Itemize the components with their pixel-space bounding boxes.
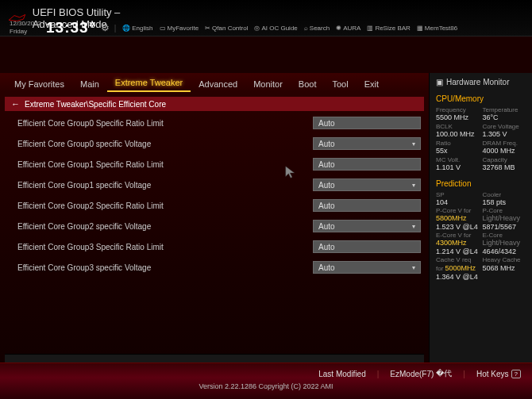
clock: 13:33✲ [46, 19, 96, 36]
footer-bar: Last Modified | EzMode(F7)�代 | Hot Keys?… [0, 363, 532, 399]
hw-cell: E-CoreLight/Heavy [483, 232, 526, 247]
hw-cell: Cache V req [436, 256, 480, 263]
hw-cell: SP104 [436, 191, 480, 206]
setting-label: Efficient Core Group3 Specific Ratio Lim… [17, 243, 313, 251]
date-block: 12/30/2022 Friday [10, 20, 41, 35]
hotkeys-button[interactable]: Hot Keys? [476, 370, 521, 378]
setting-dropdown[interactable]: Auto [313, 137, 421, 150]
hw-cell: P-Core V for5800MHz [436, 207, 480, 222]
hw-cell: E-Core V for4300MHz [436, 232, 480, 247]
hw-section-cpu: CPU/Memory [436, 94, 526, 103]
monitor-icon: ▣ [436, 78, 443, 86]
setting-row: Efficient Core Group1 specific VoltageAu… [17, 178, 421, 192]
tab-extreme-tweaker[interactable]: Extreme Tweaker [107, 75, 191, 92]
hw-cell [483, 273, 526, 281]
tab-tool[interactable]: Tool [324, 76, 356, 92]
setting-row: Efficient Core Group3 specific VoltageAu… [17, 260, 421, 274]
setting-dropdown[interactable]: Auto [313, 220, 421, 232]
hw-cell: 1.523 V @L4 [436, 223, 480, 231]
hw-cell: Core Voltage1.305 V [483, 123, 526, 138]
hw-cell: 5068 MHz [483, 264, 526, 272]
tab-monitor[interactable]: Monitor [245, 76, 291, 92]
hw-cell: DRAM Freq.4000 MHz [483, 140, 526, 155]
settings-icon[interactable]: ⚙ [101, 22, 110, 33]
last-modified-button[interactable]: Last Modified [318, 370, 365, 378]
hw-cell: 1.364 V @L4 [436, 273, 480, 281]
setting-dropdown[interactable]: Auto [313, 261, 421, 274]
setting-label: Efficient Core Group0 Specific Ratio Lim… [17, 119, 313, 128]
setting-label: Efficient Core Group1 specific Voltage [17, 181, 313, 190]
qfan-button[interactable]: ✂Qfan Control [203, 24, 249, 33]
language-button[interactable]: 🌐English [121, 24, 154, 33]
resizebar-button[interactable]: ▥ReSize BAR [365, 24, 411, 33]
hw-cell: Frequency5500 MHz [436, 106, 480, 121]
tab-my-favorites[interactable]: My Favorites [6, 76, 72, 92]
tab-boot[interactable]: Boot [291, 76, 325, 92]
setting-label: Efficient Core Group1 Specific Ratio Lim… [17, 160, 313, 169]
hw-cell: Temperature36°C [483, 106, 526, 121]
setting-input[interactable]: Auto [313, 199, 421, 212]
setting-input[interactable]: Auto [313, 240, 421, 253]
memtest-button[interactable]: ▦MemTest86 [415, 24, 459, 33]
setting-row: Efficient Core Group2 Specific Ratio Lim… [17, 198, 421, 213]
ezmode-button[interactable]: EzMode(F7)�代 [390, 368, 452, 379]
hw-cell: Ratio55x [436, 140, 480, 155]
setting-label: Efficient Core Group2 Specific Ratio Lim… [17, 201, 313, 210]
hw-cell: MC Volt.1.101 V [436, 156, 480, 171]
setting-row: Efficient Core Group1 Specific Ratio Lim… [17, 157, 421, 171]
myfavorite-button[interactable]: ▭MyFavorite [158, 24, 201, 33]
version-text: Version 2.22.1286 Copyright (C) 2022 AMI [0, 381, 532, 390]
setting-row: Efficient Core Group2 specific VoltageAu… [17, 219, 421, 233]
main-tabs: My FavoritesMainExtreme TweakerAdvancedM… [0, 73, 429, 92]
hw-cell: 1.214 V @L4 [436, 247, 480, 255]
setting-input[interactable]: Auto [313, 117, 421, 129]
aioc-button[interactable]: ◎AI OC Guide [253, 24, 299, 33]
setting-dropdown[interactable]: Auto [313, 178, 421, 191]
breadcrumb[interactable]: ← Extreme Tweaker\Specific Efficient Cor… [5, 97, 424, 111]
setting-input[interactable]: Auto [313, 158, 421, 171]
hw-cell: Cooler158 pts [483, 191, 526, 206]
hw-cell: 5871/5567 [483, 223, 526, 231]
setting-label: Efficient Core Group2 specific Voltage [17, 222, 313, 231]
hw-cell: BCLK100.00 MHz [436, 123, 480, 138]
tab-advanced[interactable]: Advanced [191, 76, 245, 92]
hw-cell: Capacity32768 MB [483, 156, 526, 171]
tab-main[interactable]: Main [72, 76, 107, 92]
setting-label: Efficient Core Group3 specific Voltage [17, 263, 313, 272]
setting-row: Efficient Core Group0 Specific Ratio Lim… [17, 116, 421, 130]
hw-cell: Heavy Cache [483, 256, 526, 263]
hw-section-prediction: Prediction [436, 179, 526, 188]
hardware-monitor-panel: ▣Hardware Monitor CPU/Memory Frequency55… [429, 73, 532, 390]
hw-cell: 4646/4342 [483, 247, 526, 255]
aura-button[interactable]: ✺AURA [334, 24, 362, 33]
tab-exit[interactable]: Exit [357, 76, 387, 92]
hw-cell: P-CoreLight/Heavy [483, 207, 526, 222]
back-arrow-icon[interactable]: ← [11, 99, 20, 109]
search-button[interactable]: ⌕Search [303, 24, 331, 33]
setting-label: Efficient Core Group0 specific Voltage [17, 140, 313, 148]
hw-cell: for 5000MHz [436, 264, 480, 272]
setting-row: Efficient Core Group3 Specific Ratio Lim… [17, 240, 421, 254]
setting-row: Efficient Core Group0 specific VoltageAu… [17, 136, 421, 151]
